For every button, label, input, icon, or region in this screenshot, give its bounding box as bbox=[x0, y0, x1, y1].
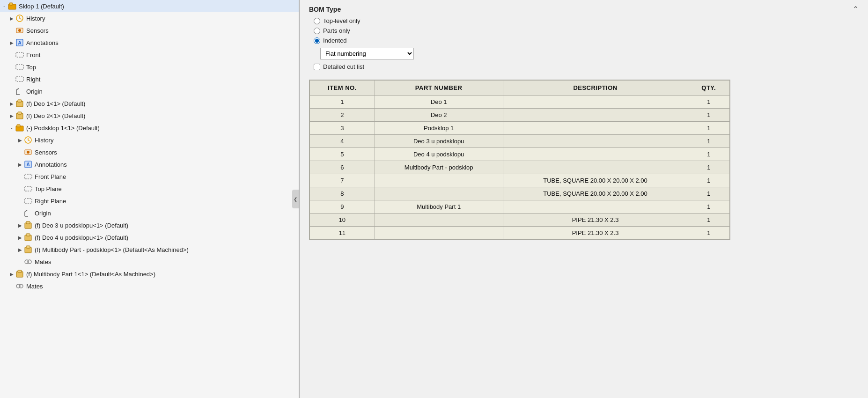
table-cell-10-3: 1 bbox=[688, 227, 730, 240]
radio-indented[interactable] bbox=[314, 37, 320, 44]
tree-item-top[interactable]: Top bbox=[0, 61, 299, 73]
tree-item-right-plane[interactable]: Right Plane bbox=[0, 195, 299, 207]
expand-btn-deo4-sub[interactable]: ▶ bbox=[17, 235, 23, 240]
table-cell-9-0: 10 bbox=[309, 214, 375, 227]
radio-item-indented[interactable]: Indented bbox=[314, 37, 859, 44]
radio-item-parts-only[interactable]: Parts only bbox=[314, 27, 859, 34]
icon-part bbox=[15, 269, 24, 279]
right-panel: BOM Type ⌃ Top-level onlyParts onlyInden… bbox=[300, 0, 868, 398]
icon-origin bbox=[15, 87, 24, 96]
expand-btn-multibody1[interactable]: ▶ bbox=[8, 272, 15, 277]
icon-plane bbox=[15, 74, 24, 84]
icon-plane bbox=[23, 172, 33, 181]
expand-btn-deo1[interactable]: ▶ bbox=[8, 101, 15, 106]
bom-table-body: 1Deo 112Deo 213Podsklop 114Deo 3 u podsk… bbox=[309, 96, 730, 240]
label-sub-origin: Origin bbox=[35, 210, 51, 217]
expand-btn-annotations[interactable]: ▶ bbox=[8, 40, 15, 45]
table-cell-1-2 bbox=[503, 109, 688, 122]
radio-item-top-level[interactable]: Top-level only bbox=[314, 17, 859, 24]
tree-item-right[interactable]: Right bbox=[0, 73, 299, 85]
icon-origin bbox=[23, 208, 33, 218]
expand-btn-podsklop1[interactable]: - bbox=[8, 125, 15, 131]
radio-top-level[interactable] bbox=[314, 18, 320, 24]
tree-item-top-plane[interactable]: Top Plane bbox=[0, 183, 299, 195]
table-cell-2-3: 1 bbox=[688, 122, 730, 135]
table-cell-9-3: 1 bbox=[688, 214, 730, 227]
table-cell-3-2 bbox=[503, 135, 688, 148]
expand-btn-deo2[interactable]: ▶ bbox=[8, 113, 15, 118]
svg-text:A: A bbox=[26, 162, 29, 167]
table-cell-6-3: 1 bbox=[688, 174, 730, 187]
svg-rect-16 bbox=[18, 112, 22, 114]
detailed-cut-list-checkbox-item[interactable]: Detailed cut list bbox=[309, 63, 859, 70]
tree-item-mates-sub[interactable]: Mates bbox=[0, 256, 299, 268]
tree-item-annotations[interactable]: ▶AAnnotations bbox=[0, 37, 299, 49]
table-row[interactable]: 11PIPE 21.30 X 2.31 bbox=[309, 227, 730, 240]
tree-item-multibody-sub[interactable]: ▶(f) Multibody Part - podsklop<1> (Defau… bbox=[0, 243, 299, 256]
table-cell-6-1 bbox=[375, 174, 503, 187]
table-row[interactable]: 7TUBE, SQUARE 20.00 X 20.00 X 2.001 bbox=[309, 174, 730, 187]
label-sub-sensors: Sensors bbox=[35, 149, 57, 156]
tree-item-deo4-sub[interactable]: ▶(f) Deo 4 u podsklopu<1> (Default) bbox=[0, 231, 299, 243]
tree-item-sub-annotations[interactable]: ▶AAnnotations bbox=[0, 158, 299, 170]
expand-btn-sub-history[interactable]: ▶ bbox=[17, 138, 23, 143]
svg-point-37 bbox=[28, 260, 31, 264]
tree-item-sensors[interactable]: Sensors bbox=[0, 24, 299, 37]
svg-rect-9 bbox=[16, 77, 23, 81]
expand-btn-root[interactable]: - bbox=[1, 4, 7, 9]
tree-item-podsklop1[interactable]: -(-) Podsklop 1<1> (Default) bbox=[0, 122, 299, 134]
collapse-handle[interactable]: ❮ bbox=[292, 190, 299, 208]
label-front-plane: Front Plane bbox=[35, 173, 66, 180]
tree-item-sub-sensors[interactable]: Sensors bbox=[0, 146, 299, 158]
icon-annotation: A bbox=[23, 160, 33, 169]
table-cell-8-2 bbox=[503, 200, 688, 214]
label-sub-annotations: Annotations bbox=[35, 161, 67, 168]
tree-item-deo1[interactable]: ▶(f) Deo 1<1> (Default) bbox=[0, 97, 299, 110]
detailed-cut-list-checkbox[interactable] bbox=[314, 64, 320, 70]
label-front: Front bbox=[26, 52, 40, 59]
tree-item-root[interactable]: -Sklop 1 (Default) bbox=[0, 0, 299, 12]
icon-part bbox=[15, 111, 24, 120]
table-row[interactable]: 10PIPE 21.30 X 2.31 bbox=[309, 214, 730, 227]
bom-collapse-button[interactable]: ⌃ bbox=[853, 5, 859, 14]
radio-parts-only[interactable] bbox=[314, 28, 320, 34]
tree-item-deo2[interactable]: ▶(f) Deo 2<1> (Default) bbox=[0, 110, 299, 122]
tree-item-front[interactable]: Front bbox=[0, 49, 299, 61]
tree-item-sub-history[interactable]: ▶History bbox=[0, 134, 299, 146]
table-cell-0-1: Deo 1 bbox=[375, 96, 503, 109]
label-history: History bbox=[26, 15, 45, 22]
table-cell-1-1: Deo 2 bbox=[375, 109, 503, 122]
table-row[interactable]: 8TUBE, SQUARE 20.00 X 20.00 X 2.001 bbox=[309, 187, 730, 200]
bom-type-title: BOM Type bbox=[309, 6, 341, 13]
expand-btn-history[interactable]: ▶ bbox=[8, 16, 15, 21]
svg-rect-7 bbox=[16, 52, 23, 57]
table-row[interactable]: 3Podsklop 11 bbox=[309, 122, 730, 135]
label-sub-history: History bbox=[35, 137, 53, 144]
table-row[interactable]: 5Deo 4 u podsklopu1 bbox=[309, 148, 730, 161]
tree-item-mates[interactable]: Mates bbox=[0, 280, 299, 292]
tree-item-origin[interactable]: Origin bbox=[0, 85, 299, 97]
table-row[interactable]: 2Deo 21 bbox=[309, 109, 730, 122]
table-row[interactable]: 6Multibody Part - podsklop1 bbox=[309, 161, 730, 174]
expand-btn-deo3-sub[interactable]: ▶ bbox=[17, 223, 23, 228]
table-cell-10-0: 11 bbox=[309, 227, 375, 240]
label-annotations: Annotations bbox=[26, 39, 59, 46]
icon-part bbox=[15, 99, 24, 108]
label-deo3-sub: (f) Deo 3 u podsklopu<1> (Default) bbox=[35, 222, 128, 229]
table-row[interactable]: 1Deo 11 bbox=[309, 96, 730, 109]
table-cell-8-3: 1 bbox=[688, 200, 730, 214]
table-row[interactable]: 9Multibody Part 11 bbox=[309, 200, 730, 214]
tree-item-sub-origin[interactable]: Origin bbox=[0, 207, 299, 219]
tree-item-history[interactable]: ▶History bbox=[0, 12, 299, 24]
bom-settings: BOM Type ⌃ Top-level onlyParts onlyInden… bbox=[300, 0, 868, 75]
expand-btn-multibody-sub[interactable]: ▶ bbox=[17, 247, 23, 252]
tree-item-multibody1[interactable]: ▶(f) Multibody Part 1<1> (Default<As Mac… bbox=[0, 268, 299, 280]
svg-rect-18 bbox=[17, 125, 20, 127]
tree-item-front-plane[interactable]: Front Plane bbox=[0, 170, 299, 183]
flat-numbering-dropdown[interactable]: Flat numberingDetailed numbering bbox=[320, 48, 414, 59]
tree-item-deo3-sub[interactable]: ▶(f) Deo 3 u podsklopu<1> (Default) bbox=[0, 219, 299, 231]
radio-label-top-level: Top-level only bbox=[323, 17, 360, 24]
icon-sensor bbox=[15, 26, 24, 35]
expand-btn-sub-annotations[interactable]: ▶ bbox=[17, 162, 23, 167]
table-row[interactable]: 4Deo 3 u podsklopu1 bbox=[309, 135, 730, 148]
